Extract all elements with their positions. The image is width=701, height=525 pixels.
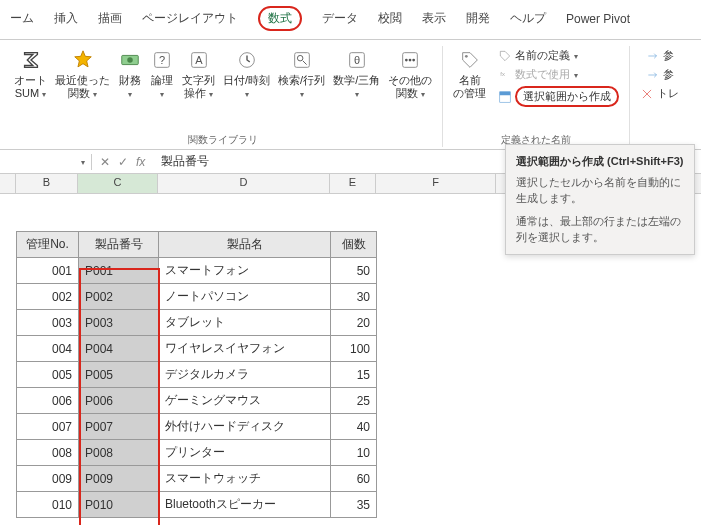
worksheet-grid[interactable]: 管理No. 製品番号 製品名 個数 001P001スマートフォン50 002P0… [0, 231, 701, 518]
cell[interactable]: 35 [331, 492, 377, 518]
confirm-icon[interactable]: ✓ [118, 155, 128, 169]
define-name-icon [498, 49, 512, 63]
tab-home[interactable]: ーム [0, 6, 44, 31]
theta-icon: θ [345, 48, 369, 72]
math-button[interactable]: θ 数学/三角▾ [329, 46, 384, 102]
svg-text:?: ? [159, 54, 165, 66]
cell[interactable]: P008 [79, 440, 159, 466]
tab-review[interactable]: 校閲 [368, 6, 412, 31]
tab-page-layout[interactable]: ページレイアウト [132, 6, 248, 31]
lookup-button[interactable]: 検索/行列▾ [274, 46, 329, 102]
cell[interactable]: P004 [79, 336, 159, 362]
cell[interactable]: 009 [17, 466, 79, 492]
cell[interactable]: 20 [331, 310, 377, 336]
cancel-icon[interactable]: ✕ [100, 155, 110, 169]
data-table: 管理No. 製品番号 製品名 個数 001P001スマートフォン50 002P0… [16, 231, 377, 518]
datetime-button[interactable]: 日付/時刻▾ [219, 46, 274, 102]
cell[interactable]: 50 [331, 258, 377, 284]
remove-arrows-button[interactable]: トレ [636, 84, 683, 103]
fx-icon[interactable]: fx [136, 155, 145, 169]
cell[interactable]: 外付けハードディスク [159, 414, 331, 440]
cell[interactable]: 001 [17, 258, 79, 284]
use-in-formula-button[interactable]: fx数式で使用 ▾ [494, 65, 623, 84]
svg-point-15 [465, 55, 468, 58]
tab-data[interactable]: データ [312, 6, 368, 31]
header-name[interactable]: 製品名 [159, 232, 331, 258]
cell[interactable]: スマートウォッチ [159, 466, 331, 492]
group-label-functions: 関数ライブラリ [188, 129, 258, 147]
cell[interactable]: ノートパソコン [159, 284, 331, 310]
col-e[interactable]: E [330, 174, 376, 193]
trace-dependents-button[interactable]: 参 [642, 65, 678, 84]
tab-developer[interactable]: 開発 [456, 6, 500, 31]
cell[interactable]: 010 [17, 492, 79, 518]
cell[interactable]: 005 [17, 362, 79, 388]
cell[interactable]: 003 [17, 310, 79, 336]
svg-point-13 [409, 59, 412, 62]
tab-insert[interactable]: 挿入 [44, 6, 88, 31]
tab-draw[interactable]: 描画 [88, 6, 132, 31]
cell[interactable]: 15 [331, 362, 377, 388]
header-qty[interactable]: 個数 [331, 232, 377, 258]
col-c[interactable]: C [78, 174, 158, 193]
cell[interactable]: プリンター [159, 440, 331, 466]
cell[interactable]: 007 [17, 414, 79, 440]
cell[interactable]: Bluetoothスピーカー [159, 492, 331, 518]
tab-formula[interactable]: 数式 [248, 2, 312, 35]
cell[interactable]: 006 [17, 388, 79, 414]
financial-button[interactable]: 財務▾ [114, 46, 146, 102]
tab-help[interactable]: ヘルプ [500, 6, 556, 31]
cell[interactable]: 002 [17, 284, 79, 310]
col-f[interactable]: F [376, 174, 496, 193]
name-box[interactable]: ▾ [0, 154, 92, 170]
cell[interactable]: ワイヤレスイヤフォン [159, 336, 331, 362]
col-d[interactable]: D [158, 174, 330, 193]
formula-input[interactable]: 製品番号 [153, 150, 217, 173]
cell[interactable]: P003 [79, 310, 159, 336]
create-selection-icon [498, 90, 512, 104]
cell[interactable]: ゲーミングマウス [159, 388, 331, 414]
more-icon [398, 48, 422, 72]
cell[interactable]: P006 [79, 388, 159, 414]
cell[interactable]: デジタルカメラ [159, 362, 331, 388]
svg-point-14 [412, 59, 415, 62]
recent-functions-button[interactable]: 最近使った関数 ▾ [51, 46, 114, 102]
header-code[interactable]: 製品番号 [79, 232, 159, 258]
logical-button[interactable]: ? 論理▾ [146, 46, 178, 102]
row-header-gutter[interactable] [0, 174, 16, 193]
tooltip-line1: 選択したセルから名前を自動的に生成します。 [516, 174, 684, 207]
cell[interactable]: 004 [17, 336, 79, 362]
cell[interactable]: 30 [331, 284, 377, 310]
tooltip-title: 選択範囲から作成 (Ctrl+Shift+F3) [516, 153, 684, 170]
cell[interactable]: タブレット [159, 310, 331, 336]
cell[interactable]: P009 [79, 466, 159, 492]
header-no[interactable]: 管理No. [17, 232, 79, 258]
svg-point-1 [127, 57, 133, 63]
cell[interactable]: 25 [331, 388, 377, 414]
tab-power-pivot[interactable]: Power Pivot [556, 8, 640, 30]
cell[interactable]: 40 [331, 414, 377, 440]
name-manager-button[interactable]: 名前の管理 [449, 46, 490, 109]
svg-text:A: A [195, 54, 203, 66]
cell[interactable]: 008 [17, 440, 79, 466]
chevron-down-icon: ▾ [81, 158, 85, 167]
define-name-button[interactable]: 名前の定義 ▾ [494, 46, 623, 65]
trace-precedents-button[interactable]: 参 [642, 46, 678, 65]
cell[interactable]: P007 [79, 414, 159, 440]
cell[interactable]: P001 [79, 258, 159, 284]
cell[interactable]: P010 [79, 492, 159, 518]
sigma-icon [19, 48, 43, 72]
cell[interactable]: 60 [331, 466, 377, 492]
autosum-button[interactable]: オートSUM ▾ [10, 46, 51, 102]
create-from-selection-button[interactable]: 選択範囲から作成 [494, 84, 623, 109]
cell[interactable]: 100 [331, 336, 377, 362]
cell[interactable]: 10 [331, 440, 377, 466]
col-b[interactable]: B [16, 174, 78, 193]
tab-view[interactable]: 表示 [412, 6, 456, 31]
more-functions-button[interactable]: その他の関数 ▾ [384, 46, 436, 102]
cell[interactable]: P002 [79, 284, 159, 310]
cell[interactable]: P005 [79, 362, 159, 388]
svg-rect-18 [500, 91, 511, 95]
text-button[interactable]: A 文字列操作 ▾ [178, 46, 219, 102]
cell[interactable]: スマートフォン [159, 258, 331, 284]
